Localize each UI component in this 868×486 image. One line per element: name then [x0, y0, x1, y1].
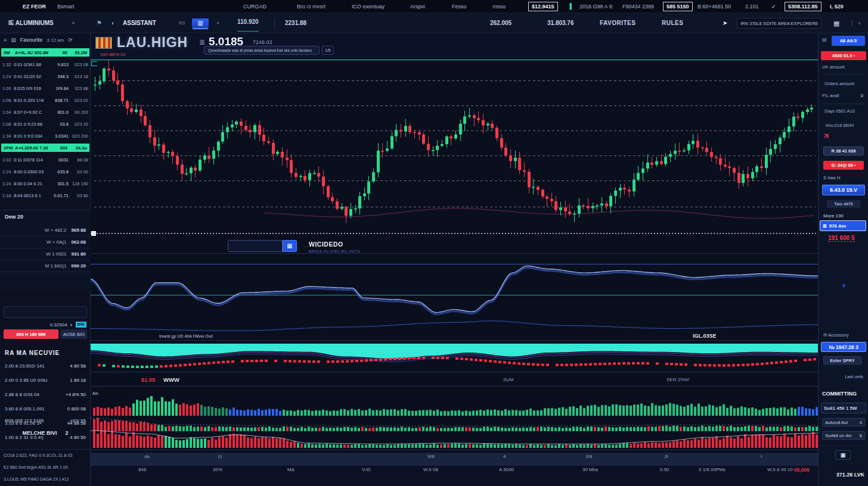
accessory-label: ✉ Accessory [823, 332, 849, 338]
menu-item-bsmart[interactable]: Bsmart [57, 0, 75, 13]
watchlist-row[interactable]: 9MA+4L.4U 300.8M6053.2M [1, 48, 89, 57]
sidebar-footer-line: E2 860 0nd brgvn A51.9L 6R 1.00 [0, 462, 91, 473]
orders-row[interactable]: M 1 692(1090 20 [0, 260, 91, 272]
orders-section-title: Dew 20 [5, 214, 23, 220]
divider [274, 18, 275, 28]
menu-item-curgad[interactable]: CURGAD [243, 0, 266, 13]
sell-banner-button[interactable]: 4930 01.9 › [821, 51, 866, 60]
rules-tab[interactable]: RULES [662, 13, 683, 33]
symbol-tab[interactable]: IE ALUMINIUMS [8, 13, 54, 33]
favorites-tab[interactable]: FAVORITES [600, 13, 636, 33]
watchlist-row[interactable]: 1:168:04 0013 6 10.01.7103 80 [0, 189, 91, 201]
topbar-value-box-3[interactable]: 5308.112.85 [785, 2, 822, 11]
sidebar-footer-line: CO18 2.623, FAG 0 9.3COL 31.8 03 [0, 450, 91, 462]
more-label[interactable]: More 190 [823, 213, 844, 219]
watchlist-row[interactable]: 1:348:01 0 9:0 0343.0341023 200 [0, 130, 91, 142]
confirm-button[interactable]: № 1947.26 3 [821, 342, 866, 352]
watchlist-cell: 838.71 [49, 98, 69, 103]
menu-item-2[interactable]: ICO exentuay [352, 0, 385, 13]
status-value: V.ID [362, 467, 371, 472]
commit-field-3[interactable]: Surfeit on 4m 6 [822, 431, 865, 440]
menu-item-5[interactable]: rosso [492, 0, 506, 13]
grid-icon[interactable]: ▦ [833, 13, 839, 33]
menu-icon[interactable]: ≡ [4, 37, 7, 43]
chart-search-input[interactable] [228, 240, 283, 252]
status-value: A.5000 [499, 467, 514, 472]
time-tick: I [761, 454, 762, 459]
watchlist-row[interactable]: 1:240:41 01/20 92348.3013 18 [0, 70, 91, 82]
top-menu-bar: EZ FEOR Bsmart CURGAD Bro ct mvsrt ICO e… [0, 0, 868, 13]
watchlist-row[interactable]: 1:088:01 0 9:23 6803.8023 20 [0, 118, 91, 130]
watchlist-row[interactable]: 1:068:01 0.203 1+8838.71023 02 [0, 94, 91, 106]
check-icon: ✓ [771, 0, 776, 13]
enter-spry-button[interactable]: Enter SPRY [823, 356, 861, 364]
price-line-handle[interactable] [91, 61, 97, 66]
watchlist-cell: 0031 [49, 157, 69, 163]
topbar-session: F90434 2399 [622, 0, 654, 13]
gray-action-button[interactable]: R 38 41 038 [823, 147, 864, 155]
watchlist-row[interactable]: 2PMA+4.305.00 7.30.2%30334.3u [1, 144, 89, 152]
sidebar-red-button[interactable]: 890 H 160 MM [4, 329, 58, 339]
refresh-icon[interactable]: ⟳ [68, 37, 73, 43]
watchlist-cell: 1:08 [2, 122, 14, 127]
menu-item-3[interactable]: Arspvi [410, 0, 425, 13]
pennant-icon[interactable]: ⚑ [97, 13, 102, 33]
notice-badge[interactable]: 1/5 [322, 46, 334, 55]
orders-row[interactable]: W + 482.2565 88 [0, 225, 91, 236]
orders-row[interactable]: W 1 0921931 80 [0, 248, 91, 260]
watchlist-cell: 8:01 0 9:0 034 [14, 133, 49, 139]
positions-row[interactable]: 2.00 0 3 85 U0 0/9U1 89 18 [0, 374, 91, 386]
cursor-icon[interactable]: ➤ [723, 13, 727, 33]
watchlist-row[interactable]: 1:248:00 0.04 6 21301.5128 150 [0, 177, 91, 189]
topbar-value-box-2[interactable]: 585 5150 [663, 2, 693, 11]
sidebar-input[interactable] [4, 306, 87, 318]
folder-icon[interactable]: ▤ [11, 37, 16, 43]
assistant-label[interactable]: ASSISTANT [123, 13, 156, 33]
orders-rows: W + 482.2565 88W + 0A(1062.08W 1 0921931… [0, 225, 91, 272]
topbar-value-box-1[interactable]: $12.9415 [528, 2, 558, 11]
chart-canvas[interactable] [91, 35, 818, 486]
drawing-handle[interactable] [91, 231, 96, 236]
add-symbol-button[interactable]: + [72, 13, 75, 33]
watchlist-row[interactable]: 1:248:00 0.0300 03033.803 00 [0, 166, 91, 177]
sidebar-dark-button[interactable]: AOSE BIO [61, 329, 87, 339]
watchlist-row[interactable]: 1:320:01 0/341 889.813023 08 [0, 58, 91, 70]
sidebar-header: ≡ ▤ Favourite 3 12 am ⟳ [0, 35, 91, 45]
menu-item-4[interactable]: Fesso [452, 0, 467, 13]
crescent-icon[interactable]: ◗ [111, 13, 114, 33]
commit-field-1[interactable]: Su61 456 1 5W [821, 403, 866, 413]
lot-size-button[interactable]: 68 A9.5 [832, 36, 865, 46]
chart-mode-button[interactable]: ▥ [192, 18, 209, 28]
watchlist-cell: 9M [4, 50, 15, 55]
orders-row[interactable]: W + 0A(1062.08 [0, 236, 91, 248]
chevron-down-icon[interactable]: ▼ [841, 283, 847, 289]
explorer-box[interactable]: IRN 370LE EDITE AREA EXPLORERE [737, 18, 822, 29]
commit-field-2[interactable]: Autoroll Aol 4 [822, 418, 865, 426]
watchlist-row[interactable]: 1:048:07 0+9.92 C801.000 203 [0, 106, 91, 118]
total-value: 2 [66, 430, 69, 436]
watchlist-cell: 3.0341 [49, 133, 69, 139]
send-plane-icon[interactable]: ✈ [821, 130, 832, 142]
accessory-text: Accessory [828, 332, 849, 338]
buy-button[interactable]: 6.43.0 19.V [822, 185, 865, 195]
positions-row[interactable]: 2.00 8 23.502/ 1414 80 58 [0, 360, 91, 372]
notice-bar[interactable]: Qovvelvaaste was at preas avisa kazeva f… [204, 46, 320, 55]
selected-account-row[interactable]: ⊞ 576 Am [820, 220, 866, 231]
positions-row[interactable]: 3.60 8 8 005.1.0910 800 08 [0, 403, 91, 415]
panel-list-icon[interactable]: ▤ [822, 37, 827, 42]
kebab-menu-icon[interactable]: ⋮ [849, 13, 855, 33]
back-chevron-icon[interactable]: ‹ [858, 13, 860, 33]
two-button[interactable]: Two 4479 [827, 200, 860, 208]
sell-button[interactable]: G: 34@ 08 › [823, 161, 864, 170]
watchlist-cell: 1:16 [2, 193, 14, 198]
positions-row[interactable]: 2.88 8 8 0/34 04+4 8% 50 [0, 388, 91, 400]
windows-icon-button[interactable]: ▣ [835, 450, 851, 460]
status-value: W.5 8 00 10 [767, 467, 793, 472]
oscillator-label-right: IGL.03SE [693, 333, 717, 339]
menu-item-1[interactable]: Bro ct mvsrt [297, 0, 326, 13]
search-apply-button[interactable]: ▦ [283, 240, 297, 252]
oscillator-label: Invest gp UD 40A FMvw Ovd [159, 334, 213, 338]
watchlist-row[interactable]: 1:008:015 0/9 0160/9.84323 88 [0, 82, 91, 94]
field-2-label: Autoroll Aol [825, 420, 848, 425]
watchlist-row[interactable]: 1:020:11 0/078 114003188 08 [0, 154, 91, 166]
